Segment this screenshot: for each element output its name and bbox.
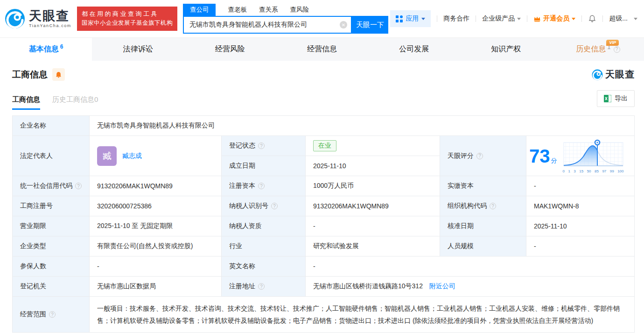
reg-authority-value: 无锡市惠山区数据局: [90, 277, 222, 297]
subtab-label: 历史工商信息: [52, 95, 94, 103]
reg-address-label: 注册地址: [222, 277, 306, 297]
subtab-business-info[interactable]: 工商信息: [12, 95, 40, 110]
reg-capital-label: 注册资本: [222, 176, 306, 196]
help-icon[interactable]: [476, 153, 483, 159]
paid-capital-label: 实缴资本: [440, 176, 526, 196]
nearby-companies-link[interactable]: 附近公司: [429, 282, 455, 290]
page-title: 工商信息: [12, 69, 48, 81]
vip-button[interactable]: 开通会员: [533, 14, 575, 23]
business-term-value: 2025-11-10 至 无固定期限: [90, 216, 222, 236]
menu-item-enterprise[interactable]: 企业级产品: [482, 14, 521, 23]
tab-basic-info[interactable]: 基本信息 6: [0, 38, 92, 61]
tab-label: 经营信息: [307, 44, 337, 54]
tab-label: 知识产权: [491, 44, 521, 54]
table-row: 经营范围 一般项目：技术服务、技术开发、技术咨询、技术交流、技术转让、技术推广；…: [13, 297, 635, 333]
export-button[interactable]: 导出: [597, 90, 635, 107]
score-axis-labels: 0 1 3 15 50 85 97 99 100: [563, 169, 624, 173]
table-row: 企业类型 有限责任公司(自然人投资或控股) 行业 研究和试验发展 人员规模 -: [13, 236, 635, 257]
approval-date-value: 2025-11-10: [526, 216, 635, 236]
legal-rep-avatar[interactable]: 臧: [97, 146, 117, 166]
search-tab-boss[interactable]: 查老板: [228, 4, 247, 16]
search-tab-relation[interactable]: 查关系: [259, 4, 278, 16]
help-icon[interactable]: [614, 46, 620, 53]
reg-number-value: 320206000725386: [90, 196, 222, 216]
taxpayer-qual-value: -: [306, 216, 440, 236]
tab-company-development[interactable]: 公司发展: [368, 38, 460, 61]
credit-code-label: 统一社会信用代码: [13, 176, 90, 196]
axis-tick: 50: [587, 169, 591, 173]
business-term-label: 营业期限: [13, 216, 90, 236]
tab-label: 基本信息: [29, 44, 59, 54]
slogan-line2: 国家中小企业发展子基金旗下机构: [82, 19, 173, 28]
field-label: 统一社会信用代码: [20, 182, 72, 190]
notification-bell-button[interactable]: [588, 14, 596, 23]
tab-label: 历史信息: [576, 44, 606, 54]
apps-button[interactable]: 应用: [390, 10, 431, 27]
export-label: 导出: [615, 94, 628, 103]
vip-label: 开通会员: [543, 14, 569, 23]
help-icon[interactable]: [258, 283, 265, 290]
tianyancha-logo[interactable]: 天眼查 TianYanCha.com: [5, 8, 71, 29]
menu-item-cooperation[interactable]: 商务合作: [443, 14, 469, 23]
tab-legal-proceedings[interactable]: 法律诉讼: [92, 38, 184, 61]
english-name-value: -: [306, 257, 635, 277]
subtab-history-business-info[interactable]: 历史工商信息0: [52, 95, 98, 110]
tab-intellectual-property[interactable]: 知识产权: [460, 38, 552, 61]
reg-status-value: 在业: [306, 136, 440, 156]
score-cell: 73 分: [526, 136, 635, 176]
search-input[interactable]: [184, 21, 340, 29]
help-icon[interactable]: [258, 143, 265, 149]
help-icon[interactable]: [75, 183, 82, 189]
top-header: 天眼查 TianYanCha.com 都在用的商业查询工具 国家中小企业发展子基…: [0, 0, 644, 37]
staff-size-label: 人员规模: [440, 236, 526, 257]
score-value: 73: [529, 147, 550, 165]
tab-history-info[interactable]: VIP 历史信息 1: [552, 38, 644, 61]
chevron-down-icon[interactable]: [634, 18, 637, 20]
score-unit: 分: [551, 157, 557, 165]
score-chart: 0 1 3 15 50 85 97 99 100: [562, 139, 625, 173]
watermark-logo: 天眼查: [592, 68, 635, 81]
search-tab-risk[interactable]: 查风险: [290, 4, 309, 16]
reg-capital-value: 1000万人民币: [306, 176, 440, 196]
insured-count-label: 参保人数: [13, 257, 90, 277]
tab-business-risk[interactable]: 经营风险: [184, 38, 276, 61]
org-code-label: 组织机构代码: [440, 196, 526, 216]
search-button[interactable]: 天眼一下: [352, 16, 388, 34]
slogan-line1: 都在用的商业查询工具: [82, 9, 173, 19]
legal-rep-link[interactable]: 臧志成: [122, 152, 142, 160]
help-icon[interactable]: [490, 203, 496, 209]
field-label: 注册地址: [229, 282, 255, 291]
english-name-label: 英文名称: [222, 257, 306, 277]
org-code-value: MAK1WQMN-8: [526, 196, 635, 216]
score-label: 天眼评分: [440, 136, 526, 176]
axis-tick: 15: [579, 169, 583, 173]
staff-size-value: -: [526, 236, 635, 257]
bell-icon: [588, 14, 596, 23]
announcement-button[interactable]: [52, 68, 65, 81]
clear-icon[interactable]: [340, 21, 347, 29]
reg-status-label: 登记状态: [222, 136, 306, 156]
apps-label: 应用: [406, 14, 419, 23]
chevron-down-icon: [572, 18, 575, 20]
tab-business-info[interactable]: 经营信息: [276, 38, 368, 61]
establish-date-label: 成立日期: [222, 156, 306, 176]
announcement-bell-icon: [56, 71, 62, 78]
axis-tick: 99: [610, 169, 614, 173]
score-curve-chart: [562, 139, 625, 168]
help-icon[interactable]: [49, 311, 56, 318]
tianyancha-swirl-icon: [5, 8, 25, 29]
subtab-count: 0: [94, 95, 98, 103]
help-icon[interactable]: [258, 183, 265, 189]
search-tab-company[interactable]: 查公司: [183, 4, 216, 16]
watermark-text: 天眼查: [605, 68, 635, 81]
company-name-value: 无锡市凯奇具身智能机器人科技有限公司: [90, 116, 635, 136]
divider: [476, 15, 476, 22]
reg-number-label: 工商注册号: [13, 196, 90, 216]
menu-item-super[interactable]: 超级...: [609, 14, 628, 23]
business-scope-value: 一般项目：技术服务、技术开发、技术咨询、技术交流、技术转让、技术推广；人工智能硬…: [90, 297, 635, 333]
grid-icon: [396, 15, 403, 22]
divider: [602, 15, 603, 22]
table-row: 登记机关 无锡市惠山区数据局 注册地址 无锡市惠山区钱桥街道钱藕路10号312 …: [13, 277, 635, 297]
credit-code-value: 91320206MAK1WQMN89: [90, 176, 222, 196]
help-icon[interactable]: [271, 203, 278, 209]
